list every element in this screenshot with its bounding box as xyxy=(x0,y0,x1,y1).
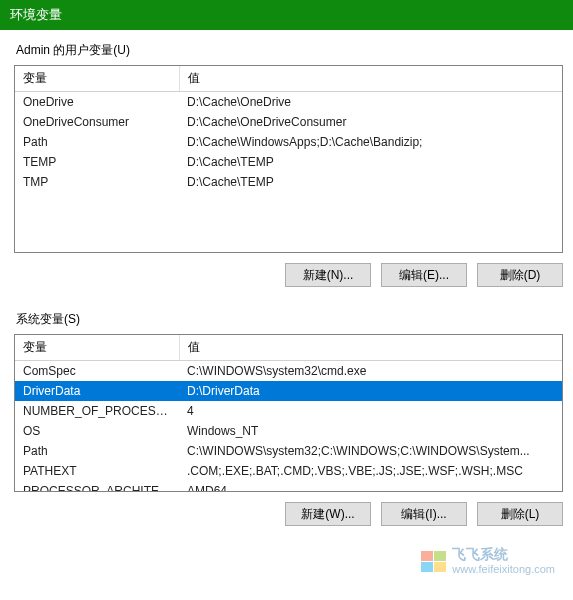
var-name-cell: TMP xyxy=(15,172,179,192)
sys-edit-button[interactable]: 编辑(I)... xyxy=(381,502,467,526)
sys-vars-header-row: 变量 值 xyxy=(15,335,562,361)
user-vars-table: 变量 值 OneDriveD:\Cache\OneDriveOneDriveCo… xyxy=(15,66,562,192)
user-vars-header-row: 变量 值 xyxy=(15,66,562,92)
table-row[interactable]: PROCESSOR_ARCHITECT...AMD64 xyxy=(15,481,562,492)
sys-vars-table-wrap[interactable]: 变量 值 ComSpecC:\WINDOWS\system32\cmd.exeD… xyxy=(14,334,563,492)
var-value-cell: D:\DriverData xyxy=(179,381,562,401)
var-value-cell: D:\Cache\TEMP xyxy=(179,152,562,172)
col-header-value[interactable]: 值 xyxy=(179,66,562,92)
table-row[interactable]: ComSpecC:\WINDOWS\system32\cmd.exe xyxy=(15,361,562,382)
user-vars-table-wrap[interactable]: 变量 值 OneDriveD:\Cache\OneDriveOneDriveCo… xyxy=(14,65,563,253)
var-name-cell: OneDrive xyxy=(15,92,179,113)
sys-vars-button-row: 新建(W)... 编辑(I)... 删除(L) xyxy=(14,502,563,526)
user-delete-button[interactable]: 删除(D) xyxy=(477,263,563,287)
var-value-cell: C:\WINDOWS\system32\cmd.exe xyxy=(179,361,562,382)
user-vars-button-row: 新建(N)... 编辑(E)... 删除(D) xyxy=(14,263,563,287)
var-name-cell: NUMBER_OF_PROCESSORS xyxy=(15,401,179,421)
var-value-cell: D:\Cache\OneDrive xyxy=(179,92,562,113)
table-row[interactable]: NUMBER_OF_PROCESSORS4 xyxy=(15,401,562,421)
var-name-cell: Path xyxy=(15,441,179,461)
var-name-cell: TEMP xyxy=(15,152,179,172)
sys-new-button[interactable]: 新建(W)... xyxy=(285,502,371,526)
table-row[interactable]: DriverDataD:\DriverData xyxy=(15,381,562,401)
title-bar[interactable]: 环境变量 xyxy=(0,0,573,30)
table-row[interactable]: OSWindows_NT xyxy=(15,421,562,441)
var-name-cell: OneDriveConsumer xyxy=(15,112,179,132)
var-name-cell: OS xyxy=(15,421,179,441)
dialog-content: Admin 的用户变量(U) 变量 值 OneDriveD:\Cache\One… xyxy=(0,30,573,560)
var-name-cell: PROCESSOR_ARCHITECT... xyxy=(15,481,179,492)
sys-delete-button[interactable]: 删除(L) xyxy=(477,502,563,526)
var-name-cell: Path xyxy=(15,132,179,152)
var-value-cell: C:\WINDOWS\system32;C:\WINDOWS;C:\WINDOW… xyxy=(179,441,562,461)
sys-vars-group: 系统变量(S) 变量 值 ComSpecC:\WINDOWS\system32\… xyxy=(14,311,563,526)
sys-vars-table: 变量 值 ComSpecC:\WINDOWS\system32\cmd.exeD… xyxy=(15,335,562,492)
user-new-button[interactable]: 新建(N)... xyxy=(285,263,371,287)
var-value-cell: D:\Cache\TEMP xyxy=(179,172,562,192)
table-row[interactable]: PathC:\WINDOWS\system32;C:\WINDOWS;C:\WI… xyxy=(15,441,562,461)
table-row[interactable]: OneDriveD:\Cache\OneDrive xyxy=(15,92,562,113)
user-vars-group: Admin 的用户变量(U) 变量 值 OneDriveD:\Cache\One… xyxy=(14,42,563,287)
sys-vars-label: 系统变量(S) xyxy=(14,311,563,328)
var-value-cell: D:\Cache\OneDriveConsumer xyxy=(179,112,562,132)
col-header-variable[interactable]: 变量 xyxy=(15,66,179,92)
table-row[interactable]: TEMPD:\Cache\TEMP xyxy=(15,152,562,172)
table-row[interactable]: PathD:\Cache\WindowsApps;D:\Cache\Bandiz… xyxy=(15,132,562,152)
var-value-cell: .COM;.EXE;.BAT;.CMD;.VBS;.VBE;.JS;.JSE;.… xyxy=(179,461,562,481)
table-row[interactable]: TMPD:\Cache\TEMP xyxy=(15,172,562,192)
table-row[interactable]: PATHEXT.COM;.EXE;.BAT;.CMD;.VBS;.VBE;.JS… xyxy=(15,461,562,481)
user-edit-button[interactable]: 编辑(E)... xyxy=(381,263,467,287)
var-name-cell: DriverData xyxy=(15,381,179,401)
var-value-cell: 4 xyxy=(179,401,562,421)
col-header-variable[interactable]: 变量 xyxy=(15,335,179,361)
var-name-cell: PATHEXT xyxy=(15,461,179,481)
var-value-cell: AMD64 xyxy=(179,481,562,492)
col-header-value[interactable]: 值 xyxy=(179,335,562,361)
var-value-cell: Windows_NT xyxy=(179,421,562,441)
window-title: 环境变量 xyxy=(10,6,62,24)
user-vars-label: Admin 的用户变量(U) xyxy=(14,42,563,59)
var-name-cell: ComSpec xyxy=(15,361,179,382)
table-row[interactable]: OneDriveConsumerD:\Cache\OneDriveConsume… xyxy=(15,112,562,132)
var-value-cell: D:\Cache\WindowsApps;D:\Cache\Bandizip; xyxy=(179,132,562,152)
